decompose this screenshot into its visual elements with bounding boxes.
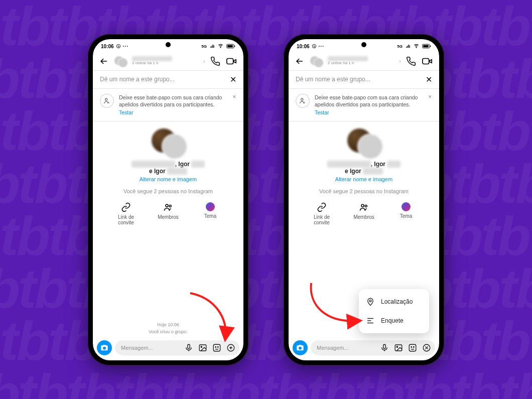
svg-rect-3	[227, 45, 233, 47]
battery-icon	[421, 44, 431, 50]
clear-name-button[interactable]: ✕	[426, 75, 432, 84]
svg-point-8	[166, 204, 168, 207]
svg-rect-4	[234, 45, 235, 47]
suggestion-try-link[interactable]: Testar	[315, 109, 329, 116]
svg-point-1	[220, 47, 221, 48]
suggestion-try-link[interactable]: Testar	[119, 109, 134, 116]
group-name-placeholder: Dê um nome a este grupo...	[100, 76, 230, 83]
person-tag-icon: A	[100, 94, 114, 108]
whatsapp-icon	[312, 44, 317, 50]
nickname-suggestion[interactable]: A Deixe esse bate-papo com sua cara cria…	[93, 89, 243, 122]
group-avatars	[346, 127, 381, 158]
svg-point-23	[301, 98, 303, 100]
gallery-icon[interactable]	[198, 343, 207, 352]
link-icon	[317, 202, 327, 212]
action-members-label: Membros	[158, 214, 179, 220]
chat-subtitle: 2 online há 1 h	[132, 61, 199, 66]
back-button[interactable]	[98, 55, 110, 67]
chat-title-blurred	[132, 56, 172, 61]
svg-text:A: A	[107, 101, 109, 104]
svg-point-15	[218, 346, 219, 347]
message-field[interactable]: Mensagem...	[311, 340, 435, 355]
svg-point-32	[414, 346, 415, 347]
phone-mock-2: 10:06 ··· 5G	[284, 34, 444, 365]
gallery-icon[interactable]	[394, 343, 403, 352]
message-field[interactable]: Mensagem...	[115, 340, 239, 355]
svg-point-0	[116, 44, 120, 48]
action-invite-label: Link de convite	[307, 214, 337, 225]
suggestion-close[interactable]: ✕	[428, 94, 432, 100]
clear-name-button[interactable]: ✕	[230, 75, 236, 84]
action-invite-link[interactable]: Link de convite	[307, 202, 337, 225]
more-dots-icon: ···	[123, 44, 128, 49]
message-placeholder: Mensagem...	[121, 345, 153, 351]
svg-rect-13	[213, 344, 220, 351]
plus-button[interactable]	[226, 343, 235, 352]
action-members[interactable]: Membros	[153, 202, 183, 225]
action-members[interactable]: Membros	[349, 202, 379, 225]
suggestion-close[interactable]: ✕	[232, 94, 236, 100]
svg-point-9	[169, 205, 171, 207]
group-name-placeholder: Dê um nome a este grupo...	[296, 76, 426, 83]
svg-text:A: A	[303, 101, 305, 104]
svg-rect-27	[383, 344, 386, 348]
camera-notch	[361, 42, 366, 47]
audio-call-button[interactable]	[209, 55, 221, 67]
chevron-right-icon[interactable]: ›	[399, 58, 401, 65]
svg-rect-30	[409, 344, 416, 351]
menu-item-location[interactable]: Localização	[359, 292, 429, 311]
close-attachments-button[interactable]	[422, 343, 431, 352]
svg-rect-20	[423, 45, 429, 47]
signal-icon	[208, 44, 215, 50]
person-tag-icon: A	[296, 94, 310, 108]
chat-title-blurred	[328, 56, 368, 61]
group-name-row[interactable]: Dê um nome a este grupo... ✕	[289, 70, 439, 89]
phone-screen-2: 10:06 ··· 5G	[289, 39, 439, 360]
system-message: Você criou o grupo.	[93, 329, 243, 334]
menu-item-location-label: Localização	[381, 298, 413, 305]
attachment-menu: Localização Enquete	[359, 289, 429, 333]
action-invite-label: Link de convite	[111, 214, 141, 225]
chevron-right-icon[interactable]: ›	[203, 58, 205, 65]
mic-icon[interactable]	[184, 343, 193, 352]
group-avatars	[151, 127, 186, 158]
action-invite-link[interactable]: Link de convite	[111, 202, 141, 225]
network-5g: 5G	[397, 44, 403, 49]
action-theme[interactable]: Tema	[195, 202, 225, 225]
camera-button[interactable]	[97, 340, 112, 355]
back-button[interactable]	[294, 55, 306, 67]
svg-rect-10	[188, 344, 190, 348]
header-avatars[interactable]	[114, 56, 128, 67]
group-member-names: xxxxxxxxxxxxx, Igor xxxx e Igor xxxxxx	[131, 161, 205, 175]
network-5g: 5G	[201, 44, 207, 49]
svg-point-31	[411, 346, 412, 347]
audio-call-button[interactable]	[405, 55, 417, 67]
svg-point-14	[215, 346, 216, 347]
sticker-icon[interactable]	[408, 343, 417, 352]
status-time: 10:06	[297, 44, 310, 49]
nickname-suggestion[interactable]: A Deixe esse bate-papo com sua cara cria…	[289, 89, 439, 122]
action-theme[interactable]: Tema	[391, 202, 421, 225]
action-members-label: Membros	[353, 214, 374, 220]
menu-item-poll[interactable]: Enquete	[359, 311, 429, 330]
menu-item-poll-label: Enquete	[381, 317, 404, 324]
chat-header: 2 online há 1 h ›	[93, 52, 243, 70]
change-name-image-link[interactable]: Alterar nome e imagem	[140, 176, 197, 182]
header-avatars[interactable]	[310, 56, 324, 67]
video-call-button[interactable]	[225, 55, 237, 67]
members-icon	[163, 202, 173, 212]
sticker-icon[interactable]	[212, 343, 221, 352]
mic-icon[interactable]	[380, 343, 389, 352]
group-info: xxxxxxxxxxxxx, Igor xxxx e Igor xxxxxx A…	[289, 121, 439, 197]
phone-screen-1: 10:06 ··· 5G	[93, 39, 243, 360]
camera-button[interactable]	[293, 340, 308, 355]
group-name-row[interactable]: Dê um nome a este grupo... ✕	[93, 70, 243, 89]
status-time: 10:06	[101, 44, 114, 49]
poll-icon	[366, 316, 375, 325]
svg-point-17	[312, 44, 316, 48]
video-call-button[interactable]	[421, 55, 433, 67]
wifi-icon	[412, 43, 419, 50]
svg-rect-22	[423, 58, 429, 64]
change-name-image-link[interactable]: Alterar nome e imagem	[335, 176, 392, 182]
svg-rect-21	[430, 45, 431, 47]
